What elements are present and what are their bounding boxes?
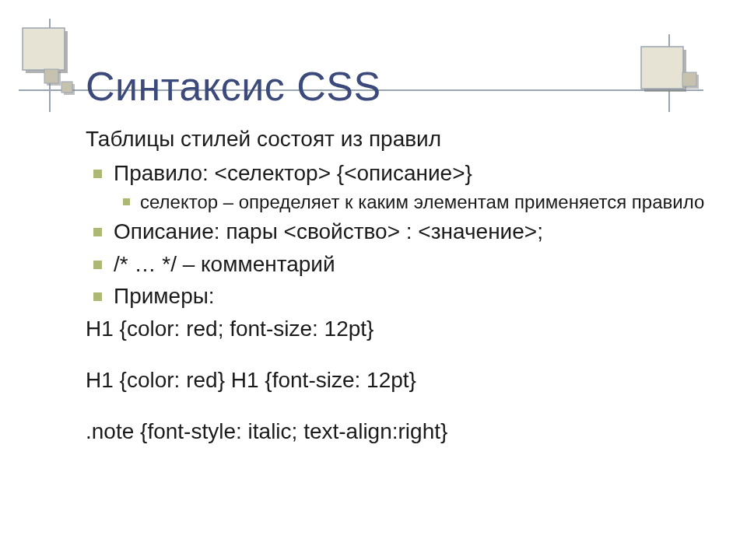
- example-line: H1 {color: red} H1 {font-size: 12pt}: [86, 366, 708, 395]
- svg-rect-11: [685, 75, 699, 89]
- sub-bullet-list: селектор – определяет к каким элементам …: [114, 190, 708, 214]
- examples-block: H1 {color: red; font-size: 12pt} H1 {col…: [86, 314, 708, 446]
- bullet-list: Правило: <селектор> {<описание>} селекто…: [86, 159, 708, 311]
- svg-rect-10: [641, 47, 683, 89]
- slide: Синтаксис CSS Таблицы стилей состоят из …: [0, 0, 747, 560]
- svg-rect-5: [44, 69, 58, 83]
- intro-text: Таблицы стилей состоят из правил: [86, 124, 708, 154]
- list-item: Примеры:: [86, 282, 708, 311]
- list-item: Правило: <селектор> {<описание>} селекто…: [86, 159, 708, 214]
- svg-rect-9: [644, 50, 686, 92]
- example-line: H1 {color: red; font-size: 12pt}: [86, 314, 708, 344]
- list-item-text: Правило: <селектор> {<описание>}: [114, 161, 472, 185]
- svg-rect-6: [64, 84, 75, 95]
- list-item: /* … */ – комментарий: [86, 250, 708, 279]
- svg-rect-4: [47, 72, 61, 86]
- svg-rect-12: [682, 72, 696, 86]
- svg-rect-7: [61, 82, 72, 93]
- svg-rect-3: [23, 28, 65, 70]
- sub-list-item: селектор – определяет к каким элементам …: [114, 190, 708, 214]
- example-line: .note {font-style: italic; text-align:ri…: [86, 417, 708, 446]
- list-item: Описание: пары <свойство> : <значение>;: [86, 217, 708, 247]
- svg-rect-2: [26, 31, 68, 73]
- slide-title: Синтаксис CSS: [86, 63, 381, 110]
- slide-body: Таблицы стилей состоят из правил Правило…: [86, 124, 708, 450]
